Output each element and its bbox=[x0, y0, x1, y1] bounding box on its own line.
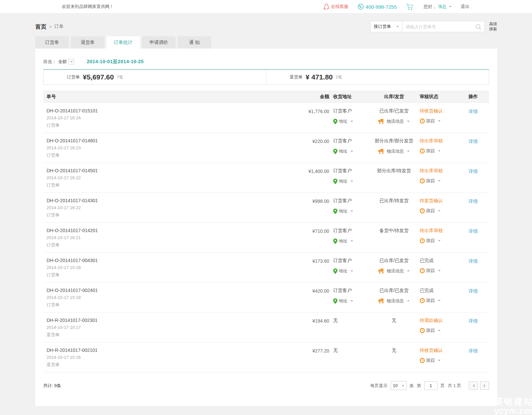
chevron-down-icon bbox=[407, 270, 410, 273]
track-link[interactable]: 跟踪 bbox=[420, 178, 441, 184]
date-range[interactable]: 2014-10-01至2014-10-25 bbox=[87, 59, 144, 65]
online-service-link[interactable]: 在线客服 bbox=[324, 4, 348, 10]
search-area: 搜订货单 高级 搜索 bbox=[370, 21, 497, 32]
user-menu[interactable]: 您好，张总 bbox=[424, 4, 452, 10]
summary-orders-label: 订货单 bbox=[67, 74, 80, 80]
logistics-link[interactable]: 物流信息 bbox=[378, 268, 410, 274]
breadcrumb-current: 订单 bbox=[55, 24, 64, 30]
chevron-down-icon bbox=[438, 330, 441, 333]
shipping-status: 无 bbox=[372, 318, 416, 324]
detail-link[interactable]: 详情 bbox=[468, 348, 478, 353]
order-amount: ¥710.00 bbox=[276, 228, 329, 234]
page-suffix: 页 bbox=[441, 383, 445, 389]
customer-label: 无 bbox=[333, 347, 372, 353]
content-card: 筛选： 全部 2014-10-01至2014-10-25 订货单 ¥5,697.… bbox=[35, 49, 497, 406]
shipping-status: 已出库/已发货 bbox=[372, 108, 416, 114]
detail-link[interactable]: 详情 bbox=[468, 288, 478, 294]
advanced-search-link[interactable]: 高级 搜索 bbox=[489, 22, 497, 32]
order-number: DH-O-20141017-014501 bbox=[47, 168, 276, 173]
track-link[interactable]: 跟踪 bbox=[420, 357, 441, 363]
qq-service-icon bbox=[324, 4, 329, 10]
review-status: 待发货确认 bbox=[420, 198, 457, 204]
logout-button[interactable]: 退出 bbox=[461, 4, 469, 10]
customer-label: 订货客户 bbox=[333, 108, 372, 114]
order-number: DH-O-20141017-015101 bbox=[47, 108, 276, 113]
address-link[interactable]: 地址 bbox=[333, 208, 353, 214]
address-link[interactable]: 地址 bbox=[333, 298, 353, 304]
clock-icon bbox=[420, 148, 425, 154]
logistics-link[interactable]: 物流信息 bbox=[378, 118, 410, 124]
filter-dropdown-button[interactable] bbox=[68, 59, 74, 65]
track-link[interactable]: 跟踪 bbox=[420, 118, 441, 124]
filter-row: 筛选： 全部 2014-10-01至2014-10-25 bbox=[43, 49, 489, 65]
truck-icon bbox=[378, 119, 385, 124]
per-page-label: 每页显示 bbox=[370, 383, 388, 389]
customer-label: 无 bbox=[333, 318, 372, 324]
next-page-button[interactable] bbox=[480, 381, 489, 390]
page-number-input[interactable] bbox=[424, 381, 438, 390]
track-link[interactable]: 跟踪 bbox=[420, 238, 441, 244]
search-category-select[interactable]: 搜订货单 bbox=[370, 21, 402, 32]
watermark-line2: ycym.com bbox=[494, 407, 532, 415]
search-icon[interactable] bbox=[475, 24, 481, 31]
breadcrumb-home[interactable]: 首页 bbox=[35, 23, 47, 31]
table-row: DH-O-20141017-014501 2014-10-17 16:22 订货… bbox=[43, 163, 489, 193]
tab-3[interactable]: 订单统计 bbox=[106, 36, 140, 49]
summary-returns-label: 退货单 bbox=[290, 74, 303, 80]
prev-page-button[interactable] bbox=[469, 381, 478, 390]
review-status: 待收货确认 bbox=[420, 108, 457, 114]
col-header-address: 收货地址 bbox=[329, 94, 372, 100]
tab-2[interactable]: 退货单 bbox=[71, 36, 104, 49]
order-datetime: 2014-10-17 16:22 bbox=[47, 175, 276, 180]
detail-link[interactable]: 详情 bbox=[468, 169, 478, 174]
chevron-down-icon bbox=[449, 6, 452, 9]
clock-icon bbox=[420, 358, 425, 363]
track-link[interactable]: 跟踪 bbox=[420, 148, 441, 154]
cart-icon bbox=[406, 3, 414, 10]
address-link[interactable]: 地址 bbox=[333, 178, 353, 184]
detail-link[interactable]: 详情 bbox=[468, 228, 478, 234]
address-link[interactable]: 地址 bbox=[333, 268, 353, 274]
summary-bar: 订货单 ¥5,697.60 7笔 退货单 ¥ 471.80 2笔 bbox=[43, 69, 489, 85]
track-link[interactable]: 跟踪 bbox=[420, 328, 441, 334]
customer-label: 订货客户 bbox=[333, 258, 372, 264]
address-link[interactable]: 地址 bbox=[333, 148, 353, 154]
per-page-unit: 条 bbox=[410, 383, 414, 389]
order-type: 订货单 bbox=[47, 152, 276, 158]
table-row: DH-O-20141017-014801 2014-10-17 16:23 订货… bbox=[43, 133, 489, 163]
tab-4[interactable]: 申请调价 bbox=[142, 36, 176, 49]
search-input[interactable] bbox=[402, 21, 470, 32]
breadcrumb-separator: > bbox=[49, 24, 52, 29]
order-number: DH-R-20141017-002301 bbox=[47, 318, 276, 323]
detail-link[interactable]: 详情 bbox=[468, 258, 478, 264]
tab-5[interactable]: 通 知 bbox=[178, 36, 211, 49]
customer-label: 订货客户 bbox=[333, 198, 372, 204]
clock-icon bbox=[420, 268, 425, 273]
table-footer: 共计: 9条 每页显示 10 条 第 页 共 1 页 bbox=[43, 372, 489, 390]
shipping-status: 部分出库/待发货 bbox=[372, 168, 416, 174]
detail-link[interactable]: 详情 bbox=[468, 139, 478, 144]
location-pin-icon bbox=[333, 119, 337, 124]
track-link[interactable]: 跟踪 bbox=[420, 208, 441, 214]
detail-link[interactable]: 详情 bbox=[468, 199, 478, 204]
tab-1[interactable]: 订货单 bbox=[35, 36, 69, 49]
order-type: 退货单 bbox=[47, 332, 276, 338]
detail-link[interactable]: 详情 bbox=[468, 318, 478, 324]
order-amount: ¥277.20 bbox=[276, 347, 329, 353]
per-page-select[interactable]: 10 bbox=[391, 381, 407, 390]
track-link[interactable]: 跟踪 bbox=[420, 298, 441, 304]
track-link[interactable]: 跟踪 bbox=[420, 268, 441, 274]
site-watermark: 英铭建站 ycym.com bbox=[494, 397, 532, 415]
logistics-link[interactable]: 物流信息 bbox=[378, 298, 410, 304]
review-status: 待出库审核 bbox=[420, 168, 457, 174]
order-type: 订货单 bbox=[47, 242, 276, 248]
detail-link[interactable]: 详情 bbox=[468, 109, 478, 114]
address-link[interactable]: 地址 bbox=[333, 118, 353, 124]
logistics-link[interactable]: 物流信息 bbox=[378, 148, 410, 154]
truck-icon bbox=[378, 149, 385, 154]
address-link[interactable]: 地址 bbox=[333, 238, 353, 244]
cart-button[interactable] bbox=[406, 3, 414, 10]
tabs: 订货单退货单订单统计申请调价通 知 bbox=[35, 36, 497, 49]
table-row: DH-R-20141017-002301 2014-10-17 10:17 退货… bbox=[43, 313, 489, 343]
order-number: DH-O-20141017-014801 bbox=[47, 138, 276, 143]
